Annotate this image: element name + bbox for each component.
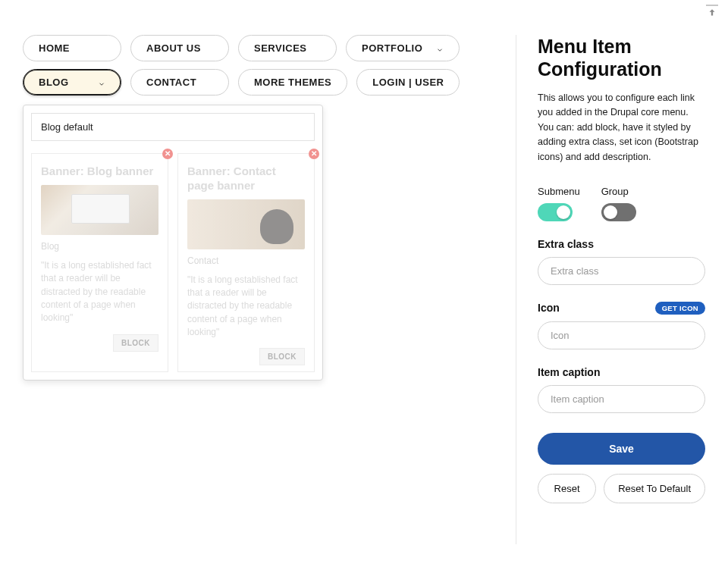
chevron-down-icon (98, 79, 105, 86)
block-card-subtitle: Blog (41, 241, 158, 252)
group-toggle[interactable] (601, 203, 636, 221)
block-card[interactable]: ✕ Banner: Blog banner Blog "It is a long… (31, 153, 168, 372)
block-card[interactable]: ✕ Banner: Contact page banner Contact "I… (177, 153, 315, 372)
item-caption-input[interactable] (538, 385, 705, 413)
block-card-subtitle: Contact (187, 255, 305, 266)
nav-item-about-us[interactable]: ABOUT US (130, 35, 229, 61)
reset-button[interactable]: Reset (538, 474, 596, 503)
menu-preview-area: HOME ABOUT US SERVICES PORTFOLIO BLOG (23, 35, 493, 544)
item-caption-label: Item caption (538, 366, 600, 378)
panel-title: Menu Item Configuration (538, 35, 705, 80)
icon-label: Icon (538, 302, 560, 314)
block-card-thumbnail (41, 185, 158, 235)
block-button[interactable]: BLOCK (113, 334, 158, 352)
submenu-toggle-label: Submenu (538, 186, 580, 197)
block-cards-row: ✕ Banner: Blog banner Blog "It is a long… (31, 153, 315, 372)
submenu-dropdown-panel: ✕ Banner: Blog banner Blog "It is a long… (23, 105, 323, 381)
block-card-title: Banner: Contact page banner (187, 164, 305, 193)
config-panel: Menu Item Configuration This allows you … (516, 35, 705, 544)
collapse-handle[interactable] (705, 5, 719, 18)
extra-class-input[interactable] (538, 257, 705, 285)
block-card-description: "It is a long established fact that a re… (41, 259, 158, 325)
icon-input[interactable] (538, 321, 705, 349)
get-icon-button[interactable]: GET ICON (655, 302, 705, 315)
nav-item-login[interactable]: LOGIN | USER (356, 69, 460, 96)
remove-block-icon[interactable]: ✕ (162, 149, 173, 159)
nav-pills: HOME ABOUT US SERVICES PORTFOLIO BLOG (23, 35, 493, 96)
nav-item-label: PORTFOLIO (362, 42, 422, 54)
block-card-thumbnail (187, 199, 305, 249)
extra-class-label: Extra class (538, 238, 594, 250)
block-card-description: "It is a long established fact that a re… (187, 274, 305, 340)
nav-item-label: HOME (39, 42, 70, 54)
nav-item-label: SERVICES (254, 42, 307, 54)
submenu-toggle[interactable] (538, 203, 573, 221)
nav-item-label: LOGIN | USER (372, 77, 444, 88)
nav-item-portfolio[interactable]: PORTFOLIO (346, 35, 460, 61)
panel-description: This allows you to configure each link y… (538, 91, 705, 164)
submenu-title-input[interactable] (31, 113, 315, 141)
block-card-title: Banner: Blog banner (41, 164, 158, 179)
nav-item-more-themes[interactable]: MORE THEMES (238, 69, 347, 96)
block-button[interactable]: BLOCK (259, 348, 305, 365)
nav-item-label: MORE THEMES (254, 77, 331, 88)
remove-block-icon[interactable]: ✕ (309, 149, 319, 159)
nav-item-home[interactable]: HOME (23, 35, 121, 61)
nav-item-services[interactable]: SERVICES (238, 35, 337, 61)
chevron-down-icon (436, 45, 444, 52)
nav-item-contact[interactable]: CONTACT (130, 69, 229, 96)
nav-item-label: BLOG (39, 77, 69, 88)
group-toggle-label: Group (601, 186, 636, 197)
nav-item-blog[interactable]: BLOG (23, 69, 121, 96)
reset-to-default-button[interactable]: Reset To Default (604, 474, 705, 503)
save-button[interactable]: Save (538, 433, 705, 465)
nav-item-label: CONTACT (146, 77, 196, 88)
nav-item-label: ABOUT US (146, 42, 201, 54)
